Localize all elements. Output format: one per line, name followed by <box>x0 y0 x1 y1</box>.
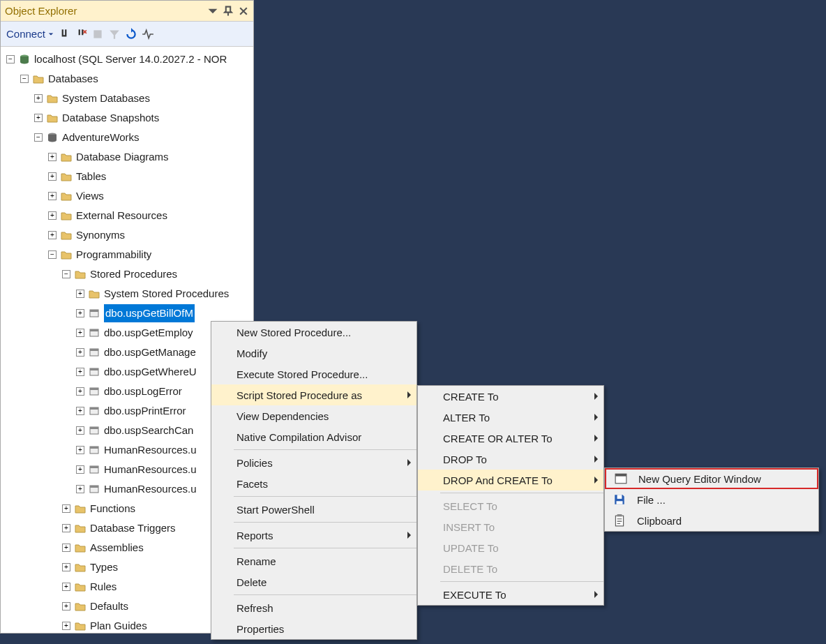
svg-rect-26 <box>617 501 623 504</box>
menu-modify[interactable]: Modify <box>211 343 416 364</box>
database-snapshots-node[interactable]: +Database Snapshots <box>1 108 253 128</box>
system-databases-node[interactable]: +System Databases <box>1 89 253 108</box>
menu-reports[interactable]: Reports <box>211 525 416 546</box>
context-menu-sp: New Stored Procedure... Modify Execute S… <box>211 321 417 640</box>
sp-icon <box>89 386 100 397</box>
sp-getbillofmaterials-node[interactable]: +dbo.uspGetBillOfM <box>1 304 253 323</box>
object-explorer-title: Object Explorer <box>5 5 207 17</box>
svg-rect-14 <box>90 407 98 410</box>
synonyms-node[interactable]: +Synonyms <box>1 225 253 245</box>
svg-rect-20 <box>90 466 98 468</box>
menu-drop-to[interactable]: DROP To <box>418 449 603 470</box>
sp-icon <box>89 464 100 475</box>
menu-policies[interactable]: Policies <box>211 452 416 473</box>
svg-rect-16 <box>90 427 98 429</box>
adventureworks-node[interactable]: −AdventureWorks <box>1 128 253 147</box>
refresh-icon[interactable] <box>125 28 137 40</box>
views-node[interactable]: +Views <box>1 186 253 206</box>
folder-icon <box>61 151 72 163</box>
folder-icon <box>47 93 58 104</box>
programmability-node[interactable]: −Programmability <box>1 245 253 264</box>
save-file-icon <box>613 493 626 506</box>
folder-icon <box>33 73 44 84</box>
folder-icon <box>61 210 72 221</box>
submenu-arrow-icon <box>594 456 598 463</box>
submenu-arrow-icon <box>594 477 598 484</box>
server-icon <box>19 54 30 65</box>
menu-rename[interactable]: Rename <box>211 551 416 571</box>
menu-refresh[interactable]: Refresh <box>211 597 416 618</box>
submenu-arrow-icon <box>594 414 598 421</box>
svg-rect-8 <box>90 349 98 351</box>
menu-select-to: SELECT To <box>418 495 603 516</box>
menu-facets[interactable]: Facets <box>211 473 416 494</box>
menu-powershell[interactable]: Start PowerShell <box>211 499 416 520</box>
folder-icon <box>75 601 86 612</box>
svg-rect-4 <box>90 310 98 312</box>
menu-file[interactable]: File ... <box>605 489 818 510</box>
menu-nca[interactable]: Native Compilation Advisor <box>211 426 416 447</box>
submenu-arrow-icon <box>594 393 598 400</box>
folder-icon <box>75 523 86 534</box>
sp-icon <box>89 347 100 358</box>
submenu-arrow-icon <box>407 391 411 398</box>
window-dropdown-icon[interactable] <box>207 6 218 17</box>
separator <box>234 548 416 548</box>
separator <box>234 449 416 450</box>
filter-icon[interactable] <box>108 28 121 40</box>
menu-create-to[interactable]: CREATE To <box>418 386 603 407</box>
folder-icon <box>61 249 72 260</box>
folder-icon <box>75 503 86 514</box>
connect-server-icon[interactable] <box>58 28 70 40</box>
menu-view-deps[interactable]: View Dependencies <box>211 405 416 426</box>
menu-new-query-editor-window[interactable]: New Query Editor Window <box>605 468 818 489</box>
database-icon <box>47 132 58 143</box>
menu-properties[interactable]: Properties <box>211 618 416 639</box>
folder-icon <box>61 171 72 182</box>
sp-icon <box>89 366 100 377</box>
menu-drop-and-create-to[interactable]: DROP And CREATE To <box>418 470 603 491</box>
separator <box>234 522 416 523</box>
tables-node[interactable]: +Tables <box>1 167 253 186</box>
submenu-arrow-icon <box>407 532 411 539</box>
separator <box>234 594 416 595</box>
menu-execute[interactable]: Execute Stored Procedure... <box>211 364 416 384</box>
menu-update-to: UPDATE To <box>418 537 603 558</box>
folder-icon <box>47 112 58 123</box>
menu-insert-to: INSERT To <box>418 516 603 537</box>
separator <box>440 493 603 493</box>
databases-node[interactable]: −Databases <box>1 69 253 89</box>
menu-alter-to[interactable]: ALTER To <box>418 407 603 428</box>
menu-new-sp[interactable]: New Stored Procedure... <box>211 322 416 343</box>
sp-icon <box>89 308 100 319</box>
svg-rect-10 <box>90 368 98 370</box>
menu-create-or-alter-to[interactable]: CREATE OR ALTER To <box>418 428 603 449</box>
svg-rect-22 <box>90 486 98 488</box>
disconnect-server-icon[interactable] <box>75 28 87 40</box>
stored-procedures-node[interactable]: −Stored Procedures <box>1 264 253 284</box>
menu-delete-to: DELETE To <box>418 558 603 579</box>
connect-button[interactable]: Connect <box>6 28 54 40</box>
svg-rect-25 <box>617 495 622 499</box>
context-menu-output-target: New Query Editor Window File ... Clipboa… <box>604 467 819 532</box>
menu-script-as[interactable]: Script Stored Procedure as <box>211 384 416 405</box>
server-node[interactable]: −localhost (SQL Server 14.0.2027.2 - NOR <box>1 50 253 69</box>
menu-delete[interactable]: Delete <box>211 571 416 592</box>
svg-rect-18 <box>90 447 98 449</box>
pin-icon[interactable] <box>223 6 234 17</box>
menu-clipboard[interactable]: Clipboard <box>605 510 818 531</box>
menu-execute-to[interactable]: EXECUTE To <box>418 584 603 605</box>
system-stored-procedures-node[interactable]: +System Stored Procedures <box>1 284 253 304</box>
stop-icon <box>91 28 104 40</box>
object-explorer-toolbar: Connect <box>1 22 253 47</box>
submenu-arrow-icon <box>594 591 598 598</box>
separator <box>440 581 603 582</box>
external-resources-node[interactable]: +External Resources <box>1 206 253 225</box>
folder-icon <box>75 620 86 631</box>
activity-icon[interactable] <box>142 28 154 40</box>
object-explorer-titlebar: Object Explorer <box>1 1 253 22</box>
sp-icon <box>89 425 100 436</box>
database-diagrams-node[interactable]: +Database Diagrams <box>1 147 253 167</box>
close-icon[interactable] <box>238 6 249 17</box>
svg-rect-0 <box>93 30 101 38</box>
